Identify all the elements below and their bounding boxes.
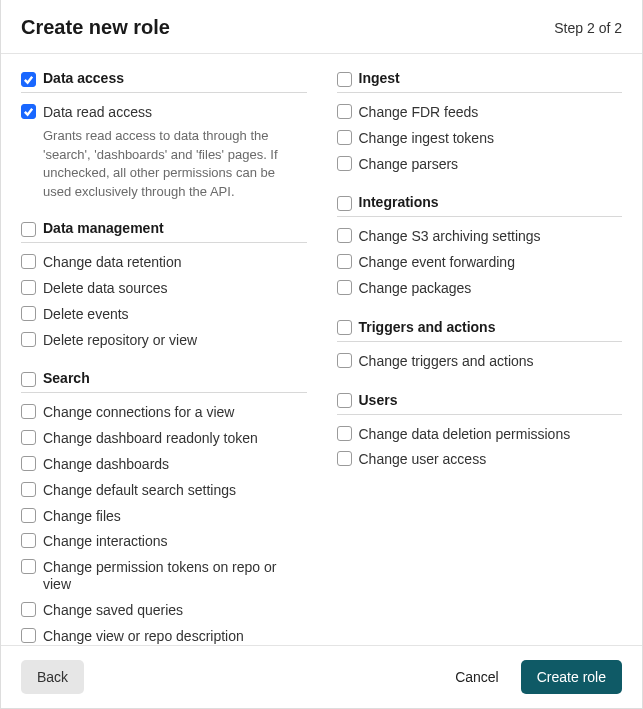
checkbox-change-connections-for-a-view[interactable] <box>21 404 36 419</box>
checkbox-change-packages[interactable] <box>337 280 352 295</box>
permission-label: Change packages <box>359 279 472 297</box>
checkbox-change-interactions[interactable] <box>21 533 36 548</box>
checkbox-change-user-access[interactable] <box>337 451 352 466</box>
permission-label: Change default search settings <box>43 481 236 499</box>
section-data-access: Data access Data read access Grants read… <box>21 70 307 202</box>
section-title: Integrations <box>359 194 439 210</box>
checkbox-change-event-forwarding[interactable] <box>337 254 352 269</box>
permission-row: Change data retention <box>21 249 307 275</box>
checkbox-change-view-or-repo-description[interactable] <box>21 628 36 643</box>
section-checkbox-triggers[interactable] <box>337 320 352 335</box>
step-indicator: Step 2 of 2 <box>554 20 622 36</box>
permission-label: Delete repository or view <box>43 331 197 349</box>
section-integrations: Integrations Change S3 archiving setting… <box>337 194 623 300</box>
section-title: Triggers and actions <box>359 319 496 335</box>
check-icon <box>23 106 34 117</box>
back-button[interactable]: Back <box>21 660 84 694</box>
checkbox-data-read-access[interactable] <box>21 104 36 119</box>
permission-label: Change saved queries <box>43 601 183 619</box>
permission-label: Change dashboards <box>43 455 169 473</box>
section-checkbox-data-management[interactable] <box>21 222 36 237</box>
permission-row: Change default search settings <box>21 477 307 503</box>
cancel-button[interactable]: Cancel <box>439 660 515 694</box>
section-checkbox-integrations[interactable] <box>337 196 352 211</box>
section-checkbox-data-access[interactable] <box>21 72 36 87</box>
permission-row: Change user access <box>337 446 623 472</box>
permission-row: Data read access <box>21 99 307 125</box>
permission-label: Change permission tokens on repo or view <box>43 558 307 593</box>
permission-row: Change permission tokens on repo or view <box>21 554 307 597</box>
permission-row: Change ingest tokens <box>337 125 623 151</box>
section-title: Users <box>359 392 398 408</box>
checkbox-change-fdr-feeds[interactable] <box>337 104 352 119</box>
checkbox-change-triggers-and-actions[interactable] <box>337 353 352 368</box>
section-checkbox-users[interactable] <box>337 393 352 408</box>
checkbox-change-ingest-tokens[interactable] <box>337 130 352 145</box>
permission-row: Change packages <box>337 275 623 301</box>
checkbox-change-permission-tokens[interactable] <box>21 559 36 574</box>
permission-label: Change data retention <box>43 253 182 271</box>
permission-label: Change triggers and actions <box>359 352 534 370</box>
permission-row: Change S3 archiving settings <box>337 223 623 249</box>
permission-row: Change saved queries <box>21 597 307 623</box>
permission-label: Change parsers <box>359 155 459 173</box>
permission-row: Change view or repo description <box>21 623 307 645</box>
section-users: Users Change data deletion permissions C… <box>337 392 623 473</box>
checkbox-delete-repository-or-view[interactable] <box>21 332 36 347</box>
right-column: Ingest Change FDR feeds Change ingest to… <box>337 70 623 645</box>
checkbox-change-files[interactable] <box>21 508 36 523</box>
checkbox-change-s3-archiving-settings[interactable] <box>337 228 352 243</box>
page-title: Create new role <box>21 16 170 39</box>
dialog-footer: Back Cancel Create role <box>1 645 642 708</box>
permission-row: Change data deletion permissions <box>337 421 623 447</box>
checkbox-change-dashboard-readonly-token[interactable] <box>21 430 36 445</box>
permission-label: Change view or repo description <box>43 627 244 645</box>
checkbox-change-default-search-settings[interactable] <box>21 482 36 497</box>
section-search: Search Change connections for a view Cha… <box>21 370 307 645</box>
permission-row: Change triggers and actions <box>337 348 623 374</box>
section-checkbox-ingest[interactable] <box>337 72 352 87</box>
permission-label: Data read access <box>43 103 152 121</box>
permission-row: Change parsers <box>337 151 623 177</box>
permission-label: Change user access <box>359 450 487 468</box>
permission-label: Change S3 archiving settings <box>359 227 541 245</box>
permission-row: Delete data sources <box>21 275 307 301</box>
section-title: Search <box>43 370 90 386</box>
dialog-header: Create new role Step 2 of 2 <box>1 0 642 54</box>
check-icon <box>23 74 34 85</box>
permission-label: Change interactions <box>43 532 168 550</box>
section-checkbox-search[interactable] <box>21 372 36 387</box>
checkbox-change-data-deletion-permissions[interactable] <box>337 426 352 441</box>
permission-label: Change event forwarding <box>359 253 515 271</box>
permission-row: Delete events <box>21 301 307 327</box>
permission-row: Change dashboard readonly token <box>21 425 307 451</box>
permission-row: Change interactions <box>21 528 307 554</box>
checkbox-change-parsers[interactable] <box>337 156 352 171</box>
permission-row: Change event forwarding <box>337 249 623 275</box>
permission-label: Change files <box>43 507 121 525</box>
permission-label: Change data deletion permissions <box>359 425 571 443</box>
permission-label: Change connections for a view <box>43 403 234 421</box>
section-triggers: Triggers and actions Change triggers and… <box>337 319 623 374</box>
dialog-body: Data access Data read access Grants read… <box>1 54 642 645</box>
create-role-dialog: Create new role Step 2 of 2 Data access … <box>1 0 642 708</box>
permission-row: Change connections for a view <box>21 399 307 425</box>
create-role-button[interactable]: Create role <box>521 660 622 694</box>
left-column: Data access Data read access Grants read… <box>21 70 307 645</box>
permission-description: Grants read access to data through the '… <box>21 127 307 202</box>
permission-row: Change dashboards <box>21 451 307 477</box>
checkbox-delete-data-sources[interactable] <box>21 280 36 295</box>
checkbox-change-saved-queries[interactable] <box>21 602 36 617</box>
permission-label: Change ingest tokens <box>359 129 494 147</box>
permission-label: Change FDR feeds <box>359 103 479 121</box>
section-title: Data management <box>43 220 164 236</box>
checkbox-delete-events[interactable] <box>21 306 36 321</box>
permission-row: Change FDR feeds <box>337 99 623 125</box>
permission-label: Change dashboard readonly token <box>43 429 258 447</box>
checkbox-change-data-retention[interactable] <box>21 254 36 269</box>
section-data-management: Data management Change data retention De… <box>21 220 307 352</box>
section-title: Data access <box>43 70 124 86</box>
checkbox-change-dashboards[interactable] <box>21 456 36 471</box>
section-ingest: Ingest Change FDR feeds Change ingest to… <box>337 70 623 176</box>
permission-row: Delete repository or view <box>21 327 307 353</box>
